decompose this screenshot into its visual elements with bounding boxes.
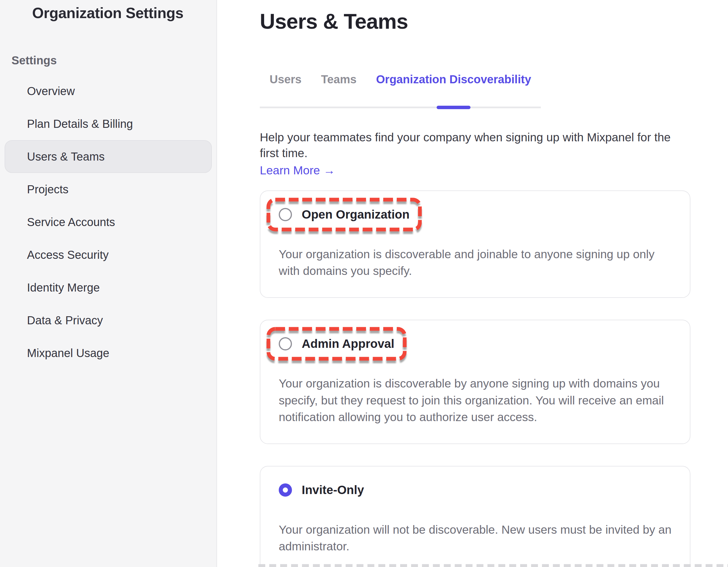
sidebar-item-users-teams[interactable]: Users & Teams [5, 140, 212, 173]
invite-only-description: Your organization will not be discoverab… [279, 521, 672, 555]
admin-approval-highlight-wrapper: Admin Approval [279, 337, 394, 351]
invite-only-radio[interactable] [279, 483, 292, 497]
discoverability-options: Open Organization Your organization is d… [260, 190, 690, 567]
sidebar-item-data-privacy[interactable]: Data & Privacy [5, 304, 212, 337]
sidebar-item-mixpanel-usage[interactable]: Mixpanel Usage [5, 337, 212, 369]
admin-approval-label[interactable]: Admin Approval [302, 337, 394, 351]
tab-teams[interactable]: Teams [311, 73, 366, 107]
sidebar-section-settings: Settings [11, 54, 57, 67]
sidebar-item-overview[interactable]: Overview [5, 75, 212, 107]
sidebar-item-access-security[interactable]: Access Security [5, 238, 212, 271]
open-organization-highlight-wrapper: Open Organization [279, 208, 410, 221]
page-title: Users & Teams [260, 11, 690, 32]
admin-approval-radio[interactable] [279, 337, 292, 351]
sidebar-item-service-accounts[interactable]: Service Accounts [5, 206, 212, 238]
intro-text: Help your teammates find your company wh… [260, 129, 690, 161]
learn-more-link[interactable]: Learn More→ [260, 164, 335, 177]
sidebar-item-plan-details-billing[interactable]: Plan Details & Billing [5, 107, 212, 140]
invite-only-label[interactable]: Invite-Only [302, 483, 364, 497]
invite-only-option[interactable]: Invite-Only [279, 483, 364, 497]
open-organization-option[interactable]: Open Organization [279, 208, 410, 221]
bottom-divider [258, 564, 728, 567]
open-organization-radio[interactable] [279, 208, 292, 221]
option-card-admin-approval: Admin Approval Your organization is disc… [260, 320, 690, 444]
admin-approval-description: Your organization is discoverable by any… [279, 375, 672, 426]
sidebar-nav: Overview Plan Details & Billing Users & … [0, 75, 216, 369]
sidebar: Organization Settings Settings Overview … [0, 0, 217, 567]
open-organization-label[interactable]: Open Organization [302, 208, 410, 221]
sidebar-title: Organization Settings [32, 4, 183, 22]
option-card-invite-only: Invite-Only Your organization will not b… [260, 466, 690, 567]
admin-approval-option[interactable]: Admin Approval [279, 337, 394, 351]
sidebar-item-projects[interactable]: Projects [5, 173, 212, 206]
learn-more-label: Learn More [260, 164, 320, 177]
option-card-open-organization: Open Organization Your organization is d… [260, 190, 690, 298]
open-organization-description: Your organization is discoverable and jo… [279, 246, 672, 279]
main-content: Users & Teams Users Teams Organization D… [217, 0, 728, 567]
tab-organization-discoverability[interactable]: Organization Discoverability [366, 73, 541, 107]
tab-users[interactable]: Users [260, 73, 311, 107]
arrow-right-icon: → [324, 164, 335, 177]
tab-bar: Users Teams Organization Discoverability [260, 73, 541, 108]
sidebar-item-identity-merge[interactable]: Identity Merge [5, 271, 212, 304]
